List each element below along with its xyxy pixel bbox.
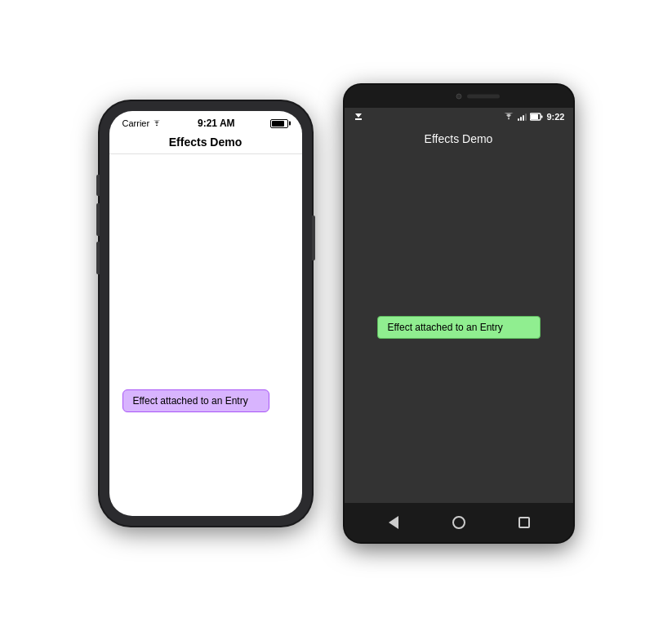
ios-title: Effects Demo [169,136,242,149]
android-time: 9:22 [546,112,564,122]
ios-wifi-icon [152,120,162,127]
ios-side-button-power [312,216,315,260]
ios-phone: Carrier 9:21 AM Effects Demo Effect atta… [100,101,312,526]
android-download-icon [353,113,364,120]
android-home-button[interactable] [450,514,468,531]
android-battery-icon [530,113,543,121]
android-back-icon [389,516,398,529]
android-home-icon [452,516,465,529]
android-download-arrow [355,113,362,118]
ios-battery-icon [270,119,288,128]
android-content: Effect attached to an Entry [345,152,573,503]
ios-carrier-text: Carrier [122,118,150,128]
android-wifi-icon [503,113,514,121]
android-status-left-icons [353,113,364,120]
android-status-bar: 9:22 [345,108,573,126]
svg-rect-2 [531,114,538,119]
ios-battery-fill [272,121,284,127]
android-signal-icon [518,113,527,121]
android-back-button[interactable] [385,514,403,531]
ios-nav-bar: Effects Demo [109,132,302,154]
android-nav-bottom [345,503,573,542]
android-phone: 9:22 Effects Demo Effect attached to an … [345,85,573,542]
android-entry-text: Effect attached to an Entry [388,322,503,333]
ios-time: 9:21 AM [198,118,235,129]
ios-entry-text: Effect attached to an Entry [133,395,248,407]
android-title: Effects Demo [425,132,493,145]
ios-side-button-silent [96,175,100,196]
android-top-bar [345,85,573,108]
android-entry-field[interactable]: Effect attached to an Entry [377,316,541,339]
android-nav-bar: Effects Demo [345,126,573,152]
android-camera [456,94,461,100]
android-download-line [355,118,362,120]
android-status-right-icons: 9:22 [503,112,564,122]
android-speaker [467,95,500,99]
ios-status-bar: Carrier 9:21 AM [109,111,302,132]
ios-side-button-vol-down [96,242,100,274]
ios-carrier: Carrier [122,118,162,128]
android-recents-button[interactable] [515,514,533,531]
ios-battery-area [270,119,288,128]
android-recents-icon [518,517,530,528]
ios-entry-field[interactable]: Effect attached to an Entry [122,389,269,412]
ios-side-button-vol-up [96,203,100,236]
ios-content: Effect attached to an Entry [109,154,302,516]
android-screen: 9:22 Effects Demo Effect attached to an … [345,108,573,503]
svg-rect-1 [541,116,543,118]
ios-screen: Carrier 9:21 AM Effects Demo Effect atta… [109,111,302,516]
